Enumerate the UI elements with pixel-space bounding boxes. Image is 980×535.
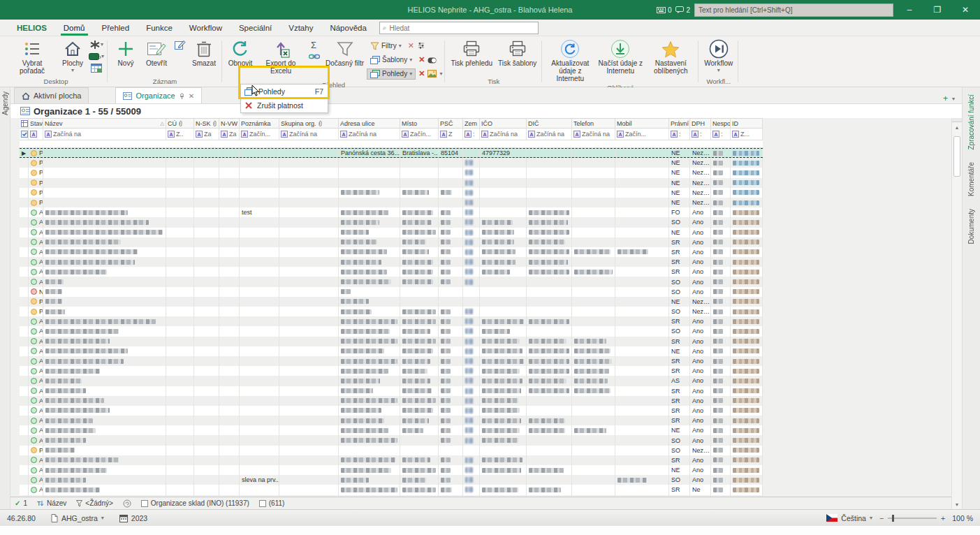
scroll-up-button[interactable]: ▲ (952, 122, 962, 132)
column-header-dph[interactable]: DPH (690, 119, 711, 128)
filter-cell-sel[interactable] (20, 129, 29, 140)
table-row[interactable]: ASRAno (20, 455, 763, 465)
column-header-pravni[interactable]: Právní f (669, 119, 690, 128)
keyboard-indicator[interactable]: 0 (657, 6, 672, 14)
column-header-nazev[interactable]: Název△ (43, 119, 166, 128)
table-row[interactable]: PNENez… (20, 198, 763, 207)
new-tab-button[interactable]: +▾ (943, 94, 955, 103)
filter-cell-mobil[interactable]: AZačín... (615, 129, 669, 140)
ribbon-row-extra[interactable] (427, 54, 437, 66)
ribbon-tab-helios[interactable]: HELIOS (8, 21, 55, 36)
side-tab-koment-e[interactable]: Komentáře (967, 162, 975, 196)
filter-cell-skup[interactable]: AZačíná na (279, 129, 339, 140)
ribbon-mini-greenrect[interactable]: ▾ (89, 51, 103, 61)
column-header-psc[interactable]: PSČ (439, 119, 463, 128)
ribbon-button-obnovit[interactable]: Obnovit (225, 38, 256, 68)
menu-item-pohledy[interactable]: PohledyF7 (241, 85, 328, 98)
minimize-button[interactable]: – (898, 2, 921, 17)
sort-indicator[interactable]: T Název (37, 499, 66, 507)
column-header-ico[interactable]: IČO (480, 119, 527, 128)
table-row[interactable]: ASOAno (20, 277, 763, 286)
agendy-vertical-tab[interactable]: Agendy (1, 91, 9, 115)
close-tab-icon[interactable]: ✕ (189, 92, 194, 100)
ribbon-button-na-st-daje-z-internetu[interactable]: Načíst údaje z Internetu (595, 38, 645, 75)
ribbon-row-extra[interactable] (417, 40, 425, 52)
ribbon-button-nov-[interactable]: Nový (110, 38, 141, 68)
database-selector[interactable]: AHG_ostra▾ (51, 514, 104, 522)
table-row[interactable]: PNENez… (20, 297, 763, 307)
table-row[interactable]: PSONez… (20, 307, 763, 316)
ribbon-button-workflow[interactable]: Workflow▾ (701, 38, 736, 74)
ribbon-row-extra[interactable] (427, 68, 437, 80)
ribbon-button-otev-t[interactable]: Otevřít (141, 38, 172, 68)
table-row[interactable]: ANEAno (20, 346, 763, 356)
pohledy-button[interactable]: Pohledy▾ (367, 68, 416, 80)
filter-cell-dic[interactable]: AZačíná na (527, 129, 572, 140)
filter-cell-misto[interactable]: AZačín... (400, 129, 439, 140)
ribbon-tab-vztahy[interactable]: Vztahy (280, 21, 321, 36)
table-row[interactable]: ASRAno (20, 257, 763, 267)
table-row[interactable]: ASRAno (20, 247, 763, 257)
document-tab-organizace[interactable]: Organizace✕ (115, 87, 202, 103)
table-row[interactable]: NSOAno (20, 287, 763, 297)
column-header-tel[interactable]: Telefon (572, 119, 615, 128)
filter-cell-psc[interactable]: AZ (439, 129, 463, 140)
table-row[interactable]: Asleva na prv...SOAno (20, 475, 763, 485)
close-button[interactable]: ✕ (953, 2, 977, 17)
filtry-button[interactable]: Filtry▾ (367, 41, 405, 52)
filter-cell-tel[interactable]: AZačíná na (572, 129, 615, 140)
filter-cell-nespol[interactable]: A: (711, 129, 731, 140)
ribbon-tab-workflow[interactable]: Workflow (181, 21, 231, 36)
active-filter[interactable]: <Žádný> (76, 499, 112, 507)
table-row[interactable]: ASRAno (20, 366, 763, 376)
table-row[interactable]: PNENez… (20, 178, 763, 188)
period-selector[interactable]: 2023 (119, 514, 147, 522)
ribbon-tab-přehled[interactable]: Přehled (94, 21, 138, 36)
table-row[interactable]: PNENez… (20, 188, 763, 198)
ribbon-button-tisk-p-ehledu[interactable]: Tisk přehledu (448, 38, 495, 68)
clear-pohledy-icon[interactable]: ✕ (418, 69, 425, 78)
column-header-stav[interactable]: Stav (29, 119, 43, 128)
ribbon-search-input[interactable]: ⌕Hledat (379, 22, 539, 34)
ribbon-button-tisk-ablony[interactable]: Tisk šablony (495, 38, 539, 68)
refresh-circle[interactable] (123, 499, 131, 508)
filter-cell-cu[interactable]: AZ.. (166, 129, 194, 140)
zoom-out-icon[interactable]: − (879, 514, 884, 522)
column-header-dic[interactable]: DIČ (527, 119, 572, 128)
table-row[interactable]: ASOAno (20, 435, 763, 445)
table-row[interactable]: AASAno (20, 376, 763, 386)
filter-cell-id[interactable]: AZ... (731, 129, 763, 140)
ribbon-tab-domů[interactable]: Domů (55, 21, 94, 36)
ribbon-button-aktualizovat-daje-z-internetu[interactable]: Aktualizovat údaje z Internetu (545, 38, 595, 83)
language-selector[interactable]: Čeština▾ (826, 514, 872, 522)
table-row[interactable]: PNENez… (20, 168, 763, 177)
document-tab-aktivn-plocha[interactable]: Aktivní plocha (14, 87, 89, 103)
filter-cell-adresa[interactable]: AZačíná na (339, 129, 400, 140)
table-row[interactable]: ASOAno (20, 217, 763, 227)
ribbon-button-export-do-excelu[interactable]: Export do Excelu (256, 38, 306, 75)
column-header-nespol[interactable]: Nespol (711, 119, 731, 128)
clear-filtry-icon[interactable]: ✕ (408, 41, 414, 50)
side-tab-zpracov-n-funkc-[interactable]: Zpracování funkcí (967, 94, 975, 149)
scroll-down-button[interactable]: ▼ (952, 499, 962, 509)
ribbon-mini-editsmall[interactable] (173, 39, 187, 50)
ribbon-tab-speciální[interactable]: Speciální (231, 21, 280, 36)
table-row[interactable]: ANEAno (20, 228, 763, 237)
filter-cell-dph[interactable]: A: (690, 129, 711, 140)
ribbon-mini-burst[interactable]: ▾ (89, 39, 103, 50)
ribbon-tab-funkce[interactable]: Funkce (138, 21, 181, 36)
zoom-track[interactable] (888, 518, 937, 519)
filter-cell-nvw[interactable]: AZa (219, 129, 240, 140)
filter-cell-nazev[interactable]: AZačíná na (43, 129, 166, 140)
global-search-input[interactable]: Text pro hledání [Ctrl+Shift+Q] (694, 3, 893, 17)
ribbon-mini-link[interactable] (307, 51, 321, 61)
restore-button[interactable]: ❐ (926, 2, 949, 17)
clear-šablony-icon[interactable]: ✕ (418, 55, 425, 64)
ribbon-mini-sigma[interactable]: Σ (307, 39, 321, 50)
ribbon-button-smazat[interactable]: Smazat (189, 38, 219, 68)
column-header-mobil[interactable]: Mobil (615, 119, 669, 128)
table-row[interactable]: ASRAno (20, 356, 763, 366)
filter-cell-pozn[interactable]: AZačín... (240, 129, 279, 140)
šablony-button[interactable]: Šablony▾ (367, 54, 416, 66)
table-row[interactable]: AtestFOAno (20, 207, 763, 217)
